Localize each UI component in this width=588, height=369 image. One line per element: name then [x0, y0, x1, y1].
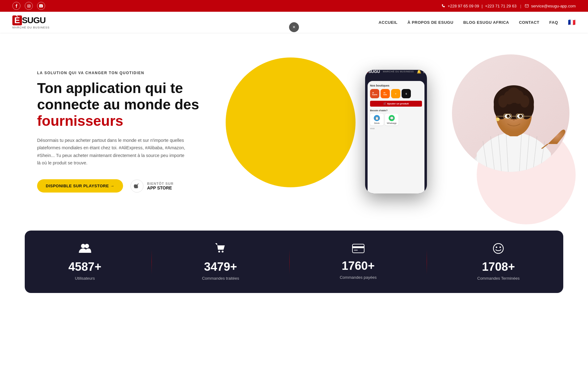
svg-point-27	[81, 244, 85, 248]
stat-orders: 3479+ Commandes traitées	[202, 243, 239, 281]
stats-bar: 4587+ Utilisateurs 3479+ Commandes trait…	[25, 231, 563, 293]
bell-icon: 🔔	[417, 70, 421, 74]
nav-accueil[interactable]: ACCUEIL	[379, 20, 398, 25]
language-flag[interactable]: 🇫🇷	[568, 19, 576, 26]
nav-contact[interactable]: CONTACT	[519, 20, 539, 25]
phone-separator: |	[482, 4, 483, 8]
stat-completed-number: 1708+	[482, 260, 515, 274]
svg-point-34	[493, 244, 503, 253]
person-image	[452, 54, 569, 172]
hero-visual: ÈSUGU MARCHÉ DU BUSINESS 🔔 ⊞ Nos boutiqu…	[210, 51, 563, 212]
devis-label: Devis	[371, 122, 382, 124]
logo-tagline: MARCHÉ DU BUSINESS	[12, 26, 50, 29]
svg-point-26	[496, 117, 500, 121]
svg-point-2	[29, 5, 30, 5]
smile-icon	[493, 243, 504, 257]
stat-paid: 1760+ Commandes payées	[340, 244, 377, 280]
close-button[interactable]: ×	[289, 22, 299, 32]
hero-description: Désormais tu peux acheter partout dans l…	[37, 137, 185, 167]
phone-logo-e: È	[366, 70, 369, 74]
hero-subtitle: LA SOLUTION QUI VA CHANGER TON QUOTIDIEN	[37, 71, 210, 75]
phone-icons: 🔔 ⊞	[417, 70, 426, 74]
amazon-icon: a	[391, 89, 400, 98]
contact-info: +228 97 65 09 09 | +223 71 71 29 63 | se…	[441, 4, 576, 8]
help-whatsapp[interactable]: 💬 Whatsapp	[385, 114, 398, 125]
cart-icon	[215, 243, 226, 257]
appstore-button[interactable]: BIENTÔT SUR APP STORE	[130, 180, 174, 193]
navbar: × È SUGU MARCHÉ DU BUSINESS ACCUEIL À PR…	[0, 12, 588, 33]
phone-icon	[441, 4, 445, 8]
nav-apropos[interactable]: À PROPOS DE ESUGU	[407, 20, 454, 25]
email-icon	[525, 4, 529, 7]
stat-orders-label: Commandes traitées	[202, 276, 239, 281]
svg-rect-31	[352, 244, 364, 253]
email: service@esugu-app.com	[531, 4, 576, 8]
hero-title-highlight: fournisseurs	[37, 113, 123, 129]
svg-point-14	[520, 95, 529, 108]
svg-point-29	[218, 251, 220, 252]
phone-header: ÈSUGU MARCHÉ DU BUSINESS 🔔 ⊞	[365, 70, 427, 76]
card-icon	[352, 244, 364, 256]
hero-section: LA SOLUTION QUI VA CHANGER TON QUOTIDIEN…	[0, 33, 588, 224]
top-bar: +228 97 65 09 09 | +223 71 71 29 63 | se…	[0, 0, 588, 12]
person-svg	[452, 54, 569, 172]
svg-rect-0	[28, 5, 30, 7]
playstore-button[interactable]: DISPONIBLE SUR PLAYSTORE →	[37, 179, 123, 193]
svg-rect-32	[352, 246, 364, 248]
svg-point-13	[498, 95, 508, 108]
phone-mockup: ÈSUGU MARCHÉ DU BUSINESS 🔔 ⊞ Nos boutiqu…	[365, 70, 427, 193]
logo[interactable]: È SUGU MARCHÉ DU BUSINESS	[12, 15, 50, 29]
stat-paid-number: 1760+	[342, 259, 375, 273]
stat-users-number: 4587+	[68, 260, 101, 274]
facebook-icon[interactable]	[12, 2, 20, 10]
divider: |	[520, 4, 521, 8]
add-product-btn[interactable]: 🛒 Ajouter un produit	[370, 101, 422, 107]
youtube-icon[interactable]	[37, 2, 45, 10]
svg-rect-33	[354, 250, 358, 251]
menu-icon: ⊞	[423, 70, 426, 74]
boutiques-title: Nos boutiques	[370, 84, 422, 87]
svg-point-28	[85, 244, 89, 248]
svg-point-35	[496, 247, 497, 248]
alibaba-icon: Alibaba	[381, 89, 390, 98]
shop-icons: AliExpress Alibaba a S	[370, 89, 422, 98]
instagram-icon[interactable]	[25, 2, 33, 10]
stat-users: 4587+ Utilisateurs	[68, 243, 101, 281]
hero-content: LA SOLUTION QUI VA CHANGER TON QUOTIDIEN…	[37, 71, 210, 193]
appstore-text: BIENTÔT SUR APP STORE	[147, 182, 174, 190]
divider-2	[289, 249, 290, 274]
appstore-icon	[130, 180, 143, 193]
help-devis[interactable]: 📋 Devis	[370, 114, 384, 125]
phone-tagline: MARCHÉ DU BUSINESS	[383, 70, 414, 73]
nav-links: ACCUEIL À PROPOS DE ESUGU BLOG ESUGU AFR…	[379, 19, 576, 26]
social-links	[12, 2, 45, 10]
svg-point-19	[508, 115, 509, 116]
svg-point-30	[222, 251, 224, 252]
phone-screen: Nos boutiques AliExpress Alibaba a S 🛒 A…	[368, 81, 424, 193]
stat-completed-label: Commandes Terminées	[477, 276, 520, 281]
hero-title-part1: Ton application qui te connecte au monde…	[37, 80, 199, 112]
phone1: +228 97 65 09 09	[448, 4, 479, 8]
logo-sugu: SUGU	[22, 15, 46, 25]
phone-footer-text: vous	[370, 127, 422, 129]
shein-icon: S	[402, 89, 411, 98]
svg-point-1	[28, 5, 29, 6]
divider-1	[151, 249, 152, 274]
phone-logo: ÈSUGU	[366, 70, 380, 74]
aliexpress-icon: AliExpress	[370, 89, 379, 98]
svg-point-20	[520, 115, 522, 116]
appstore-label: APP STORE	[147, 185, 174, 190]
apple-icon	[134, 183, 140, 189]
devis-icon: 📋	[374, 115, 380, 121]
nav-blog[interactable]: BLOG ESUGU AFRICA	[463, 20, 509, 25]
nav-faq[interactable]: FAQ	[549, 20, 558, 25]
appstore-soon: BIENTÔT SUR	[147, 182, 174, 185]
logo-e: È	[12, 15, 22, 25]
yellow-background	[226, 57, 356, 187]
help-title: Besoin d'aide?	[370, 109, 422, 112]
whatsapp-label: Whatsapp	[386, 122, 397, 124]
hero-buttons: DISPONIBLE SUR PLAYSTORE → BIENTÔT SUR A…	[37, 179, 210, 193]
stat-completed: 1708+ Commandes Terminées	[477, 243, 520, 281]
stat-users-label: Utilisateurs	[75, 276, 95, 281]
svg-point-36	[500, 247, 501, 248]
